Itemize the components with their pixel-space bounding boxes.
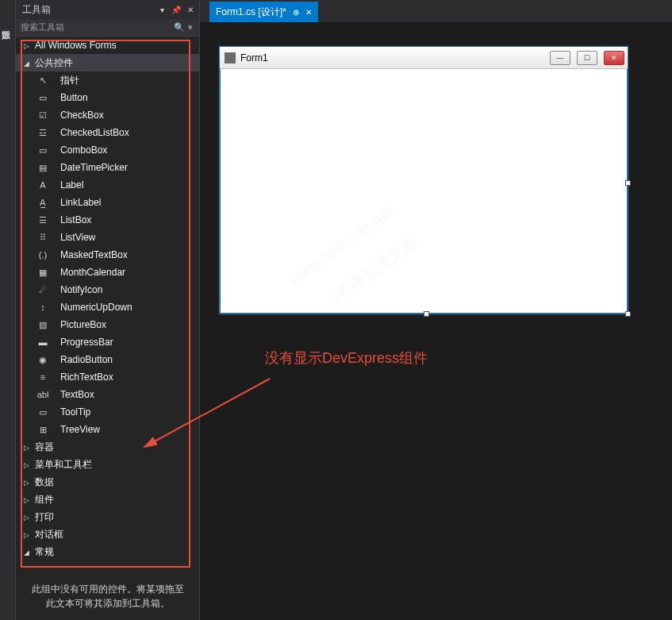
tool-richtextbox[interactable]: ≡RichTextBox <box>16 368 199 386</box>
treeview-icon: ⊞ <box>36 423 49 436</box>
form-titlebar: Form1 — ☐ ✕ <box>220 47 628 69</box>
richtext-icon: ≡ <box>36 371 49 383</box>
tool-combobox[interactable]: ▭ComboBox <box>16 141 199 159</box>
minimize-button[interactable]: — <box>550 51 570 65</box>
category-containers[interactable]: ▷ 容器 <box>16 438 199 456</box>
radio-icon: ◉ <box>36 353 49 366</box>
close-icon[interactable]: ✕ <box>185 4 196 15</box>
form-designer-window[interactable]: Form1 — ☐ ✕ <box>219 46 628 314</box>
tool-item-label: NotifyIcon <box>60 284 102 295</box>
tool-button[interactable]: ▭Button <box>16 89 199 106</box>
tool-radiobutton[interactable]: ◉RadioButton <box>16 351 199 368</box>
resize-handle-bottom[interactable] <box>424 311 429 317</box>
chevron-right-icon: ▷ <box>24 531 30 537</box>
chevron-right-icon: ▷ <box>24 42 30 48</box>
textbox-icon: abl <box>36 388 49 401</box>
chevron-right-icon: ▷ <box>24 444 30 450</box>
category-general[interactable]: ◢ 常规 <box>16 543 199 560</box>
close-icon[interactable]: ✕ <box>305 8 312 17</box>
chevron-right-icon: ▷ <box>24 479 30 485</box>
search-icon[interactable]: 🔍 <box>174 22 185 33</box>
tool-monthcalendar[interactable]: ▦MonthCalendar <box>16 264 199 281</box>
checkedlist-icon: ☲ <box>36 126 49 139</box>
toolbox-hint: 此组中没有可用的控件。将某项拖至 此文本可将其添加到工具箱。 <box>16 576 199 620</box>
tool-checkbox[interactable]: ☑CheckBox <box>16 106 199 124</box>
tool-item-label: Button <box>60 92 88 103</box>
tool-item-label: TreeView <box>60 424 100 435</box>
document-tab-bar: Form1.cs [设计]* ⊕ ✕ <box>200 0 672 22</box>
form-icon <box>225 52 236 64</box>
tooltip-icon: ▭ <box>36 406 49 418</box>
chevron-down-icon[interactable]: ▾ <box>188 22 193 33</box>
tool-datetimepicker[interactable]: ▤DateTimePicker <box>16 159 199 176</box>
category-all-windows-forms[interactable]: ▷ All Windows Forms <box>16 37 199 54</box>
tool-item-label: 指针 <box>60 74 79 87</box>
notify-icon: ☄ <box>36 283 49 296</box>
toolbox-panel: 工具箱 ▾ 📌 ✕ 搜索工具箱 🔍 ▾ ▷ All Windows Forms … <box>16 0 200 620</box>
chevron-right-icon: ▷ <box>24 496 30 503</box>
category-print[interactable]: ▷ 打印 <box>16 508 199 526</box>
design-canvas[interactable]: Form1 — ☐ ✕ 没有显示DevExpress组件 www.csdcode… <box>200 22 672 620</box>
picture-icon: ▧ <box>36 318 49 331</box>
tool-notifyicon[interactable]: ☄NotifyIcon <box>16 281 199 298</box>
tool-item-label: PictureBox <box>60 319 106 330</box>
tool-item-label: MonthCalendar <box>60 267 125 278</box>
dropdown-icon[interactable]: ▾ <box>156 4 167 15</box>
pin-icon[interactable]: ⊕ <box>293 8 299 17</box>
tab-label: Form1.cs [设计]* <box>216 6 286 19</box>
tool-item-label: CheckBox <box>60 110 104 121</box>
chevron-down-icon: ◢ <box>24 60 30 66</box>
tool-checkedlistbox[interactable]: ☲CheckedListBox <box>16 124 199 141</box>
annotation-text: 没有显示DevExpress组件 <box>265 349 428 368</box>
chevron-down-icon: ◢ <box>24 549 30 555</box>
numeric-icon: ↕ <box>36 301 49 314</box>
toolbox-tree: ▷ All Windows Forms ◢ 公共控件 ↖指针▭Button☑Ch… <box>16 37 199 576</box>
tool-listview[interactable]: ⠿ListView <box>16 229 199 246</box>
tool-item-label: MaskedTextBox <box>60 249 128 260</box>
tool-numericupdown[interactable]: ↕NumericUpDown <box>16 298 199 316</box>
category-components[interactable]: ▷ 组件 <box>16 491 199 508</box>
tool-maskedtextbox[interactable]: (.)MaskedTextBox <box>16 246 199 264</box>
pin-icon[interactable]: 📌 <box>171 4 182 15</box>
maximize-button[interactable]: ☐ <box>577 51 597 65</box>
category-common-controls[interactable]: ◢ 公共控件 <box>16 54 199 71</box>
resize-handle-corner[interactable] <box>625 311 631 317</box>
linklabel-icon: A̲ <box>36 196 49 209</box>
search-placeholder: 搜索工具箱 <box>21 21 64 33</box>
tool-指针[interactable]: ↖指针 <box>16 71 199 89</box>
category-dialogs[interactable]: ▷ 对话框 <box>16 526 199 543</box>
pointer-icon: ↖ <box>36 74 49 87</box>
dock-rail[interactable]: 数据源 <box>0 0 16 620</box>
tool-item-label: RichTextBox <box>60 372 113 383</box>
rail-label: 数据源 <box>0 0 12 24</box>
tool-linklabel[interactable]: A̲LinkLabel <box>16 194 199 211</box>
toolbox-search[interactable]: 搜索工具箱 🔍 ▾ <box>16 19 199 37</box>
progress-icon: ▬ <box>36 336 49 349</box>
close-button[interactable]: ✕ <box>604 51 624 65</box>
tab-form1-design[interactable]: Form1.cs [设计]* ⊕ ✕ <box>209 2 318 22</box>
tool-treeview[interactable]: ⊞TreeView <box>16 421 199 438</box>
tool-item-label: RadioButton <box>60 354 113 365</box>
tool-progressbar[interactable]: ▬ProgressBar <box>16 333 199 351</box>
category-data[interactable]: ▷ 数据 <box>16 473 199 491</box>
listview-icon: ⠿ <box>36 231 49 244</box>
tool-label[interactable]: ALabel <box>16 176 199 194</box>
tool-item-label: Label <box>60 179 83 191</box>
form-caption: Form1 <box>240 52 543 64</box>
category-menus-toolbars[interactable]: ▷ 菜单和工具栏 <box>16 456 199 473</box>
tool-picturebox[interactable]: ▧PictureBox <box>16 316 199 333</box>
chevron-right-icon: ▷ <box>24 461 30 468</box>
tool-item-label: NumericUpDown <box>60 302 132 313</box>
label-icon: A <box>36 179 49 191</box>
button-icon: ▭ <box>36 91 49 104</box>
form-client-area[interactable] <box>220 69 628 314</box>
tool-tooltip[interactable]: ▭ToolTip <box>16 403 199 421</box>
combobox-icon: ▭ <box>36 144 49 156</box>
toolbox-title: 工具箱 <box>22 3 153 17</box>
tool-item-label: TextBox <box>60 389 94 400</box>
tool-listbox[interactable]: ☰ListBox <box>16 211 199 229</box>
resize-handle-right[interactable] <box>625 180 631 186</box>
tool-textbox[interactable]: ablTextBox <box>16 386 199 403</box>
tool-item-label: ListView <box>60 232 95 243</box>
tool-item-label: CheckedListBox <box>60 127 129 138</box>
